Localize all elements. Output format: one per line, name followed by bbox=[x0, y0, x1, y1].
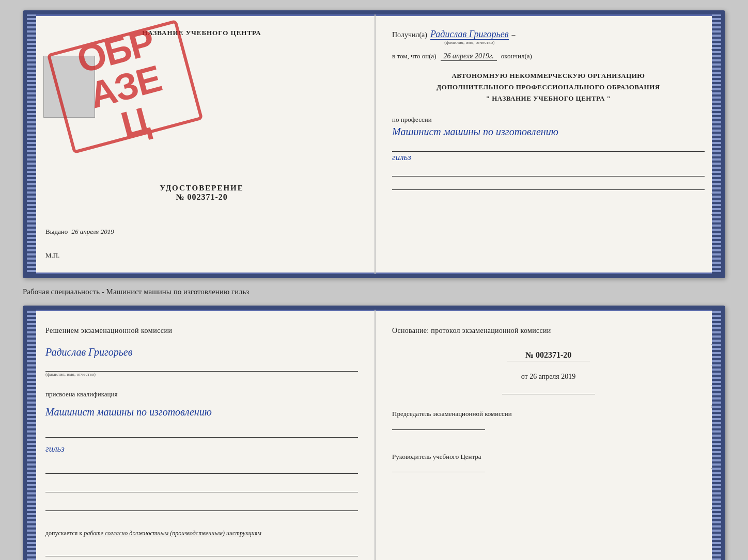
doc1-left: НАЗВАНИЕ УЧЕБНОГО ЦЕНТРА ОБРАЗЕЦ УДОСТОВ… bbox=[27, 14, 376, 274]
vidan-date: 26 апреля 2019 bbox=[72, 228, 114, 235]
document-1: НАЗВАНИЕ УЧЕБНОГО ЦЕНТРА ОБРАЗЕЦ УДОСТОВ… bbox=[23, 10, 725, 278]
chairman-label: Председатель экзаменационной комиссии bbox=[392, 409, 705, 419]
kvalif-underline-4 bbox=[45, 499, 358, 511]
dopusk-value: работе согласно должностным (производств… bbox=[84, 530, 261, 537]
protocol-number: № 002371-20 bbox=[507, 350, 590, 361]
vtom-line: в том, что он(а) 26 апреля 2019г. окончи… bbox=[392, 52, 705, 61]
document-2: Решением экзаменационной комиссии Радисл… bbox=[23, 306, 725, 560]
dopusk-line: допускается к работе согласно должностны… bbox=[45, 529, 358, 538]
doc2-right: –––и,а←––– Основание: протокол экзаменац… bbox=[376, 310, 721, 560]
rukov-sign-line bbox=[392, 472, 485, 472]
photo-placeholder bbox=[43, 56, 95, 118]
chairman-sign-line bbox=[392, 429, 485, 430]
doc2-fio-hint: (фамилия, имя, отчество) bbox=[45, 372, 358, 377]
prisvoena-label: присвоена квалификация bbox=[45, 390, 358, 398]
fio-hint-1: (фамилия, имя, отчество) bbox=[430, 40, 509, 45]
profession-value: Машинист машины по изготовлению bbox=[392, 125, 705, 138]
doc2-header: Решением экзаменационной комиссии bbox=[45, 324, 358, 337]
underline-2 bbox=[392, 164, 705, 177]
profession-block: по профессии Машинист машины по изготовл… bbox=[392, 116, 705, 190]
uds-number: № 002371-20 bbox=[45, 193, 358, 202]
dopusk-underline bbox=[45, 544, 358, 556]
osnov-header: Основание: протокол экзаменационной коми… bbox=[392, 324, 705, 337]
rukov-label: Руководитель учебного Центра bbox=[392, 452, 705, 462]
doc2-name: Радислав Григорьев bbox=[45, 346, 358, 358]
kvalif-underline-1 bbox=[45, 425, 358, 438]
kvalif-value: Машинист машины по изготовлению bbox=[45, 405, 358, 419]
kvalif-underline-3 bbox=[45, 480, 358, 492]
org-line1: АВТОНОМНУЮ НЕКОММЕРЧЕСКУЮ ОРГАНИЗАЦИЮ bbox=[392, 70, 705, 82]
right-border-pattern-2 bbox=[712, 310, 721, 560]
rukov-block: Руководитель учебного Центра bbox=[392, 452, 705, 480]
poluchil-name: Радислав Григорьев bbox=[430, 29, 509, 40]
vidan-line: Выдано 26 апреля 2019 bbox=[45, 228, 358, 236]
dash-1: – bbox=[512, 31, 516, 39]
underline-3 bbox=[392, 178, 705, 190]
caption-text: Рабочая специальность - Машинист машины … bbox=[21, 287, 249, 296]
name-underline bbox=[45, 359, 358, 372]
org-block: АВТОНОМНУЮ НЕКОММЕРЧЕСКУЮ ОРГАНИЗАЦИЮ ДО… bbox=[392, 70, 705, 104]
vtom-prefix: в том, что он(а) bbox=[392, 52, 437, 60]
po-professii: по профессии bbox=[392, 116, 705, 124]
kvalif-value-2: гильз bbox=[45, 443, 358, 455]
org-line3: " НАЗВАНИЕ УЧЕБНОГО ЦЕНТРА " bbox=[392, 93, 705, 104]
doc1-right: –––и,а←––– Получил(а) Радислав Григорьев… bbox=[376, 14, 721, 274]
ot-date: от 26 апреля 2019 bbox=[392, 373, 705, 394]
doc1-title: НАЗВАНИЕ УЧЕБНОГО ЦЕНТРА bbox=[45, 29, 358, 37]
chairman-block: Председатель экзаменационной комиссии bbox=[392, 409, 705, 437]
kvalif-underline-2 bbox=[45, 461, 358, 474]
vtom-date: 26 апреля 2019г. bbox=[441, 52, 497, 61]
doc2-left: Решением экзаменационной комиссии Радисл… bbox=[27, 310, 376, 560]
mp-line: М.П. bbox=[45, 251, 358, 260]
poluchil-line: Получил(а) Радислав Григорьев (фамилия, … bbox=[392, 29, 705, 45]
profession-value-2: гильз bbox=[392, 152, 705, 163]
poluchil-prefix: Получил(а) bbox=[392, 31, 427, 39]
right-border-pattern bbox=[712, 14, 721, 274]
uds-label: УДОСТОВЕРЕНИЕ bbox=[45, 184, 358, 193]
okonchil: окончил(а) bbox=[501, 52, 532, 60]
dopusk-prefix: допускается к bbox=[45, 530, 82, 537]
org-line2: ДОПОЛНИТЕЛЬНОГО ПРОФЕССИОНАЛЬНОГО ОБРАЗО… bbox=[392, 82, 705, 93]
underline-1 bbox=[392, 139, 705, 152]
